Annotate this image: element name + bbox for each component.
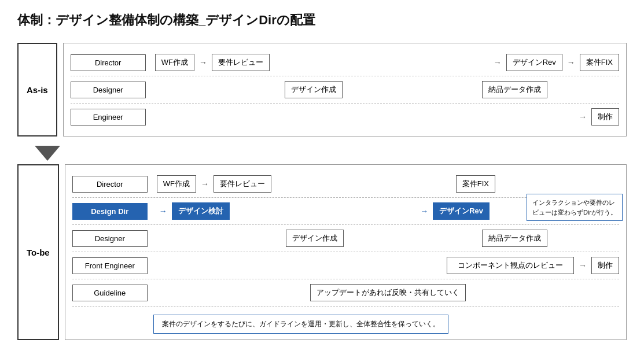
tobe-task-design-create: デザイン作成 <box>286 230 344 247</box>
tobe-task-design-rev: デザインRev <box>433 202 490 220</box>
asis-task-design-create: デザイン作成 <box>285 81 343 98</box>
tobe-director-role: Director <box>72 176 148 193</box>
tobe-frontengineer-role: Front Engineer <box>72 257 148 274</box>
down-arrow-icon <box>35 146 60 161</box>
asis-director-row: Director WF作成 → 要件レビュー → デザインRev → 案件FIX <box>71 49 619 76</box>
tobe-task-case-fix: 案件FIX <box>456 175 495 193</box>
asis-task-design-rev: デザインRev <box>506 54 562 71</box>
tobe-frontengineer-row: Front Engineer コンポーネント観点のレビュー → 制作 <box>72 252 619 279</box>
tobe-designer-row: Designer デザイン作成 納品データ作成 <box>72 225 619 252</box>
asis-section: As-is Director WF作成 → 要件レビュー → デザインRev →… <box>17 43 627 136</box>
tobe-guideline-row: Guideline アップデートがあれば反映・共有していく <box>72 279 619 307</box>
asis-designer-role: Designer <box>71 82 146 98</box>
arrow1: → <box>197 58 209 67</box>
asis-task-wf: WF作成 <box>155 54 194 71</box>
tobe-task-update: アップデートがあれば反映・共有していく <box>310 284 466 301</box>
tobe-label: To-be <box>17 164 59 340</box>
tobe-arrow-fe: → <box>576 261 589 270</box>
asis-content: Director WF作成 → 要件レビュー → デザインRev → 案件FIX… <box>63 43 627 136</box>
tobe-task-design-study: デザイン検討 <box>172 202 230 220</box>
tobe-task-delivery: 納品データ作成 <box>482 230 547 247</box>
asis-label: As-is <box>17 43 57 136</box>
tobe-arrow-dd1: → <box>157 206 170 216</box>
tobe-designdir-role: Design Dir <box>72 203 148 220</box>
tobe-designer-role: Designer <box>72 230 148 247</box>
arrow4: → <box>576 112 589 121</box>
asis-task-delivery: 納品データ作成 <box>482 81 547 98</box>
tobe-task-wf: WF作成 <box>157 175 196 193</box>
tobe-arrow1: → <box>198 179 211 189</box>
tobe-content: インタラクションや要件のレビューは変わらずDirが行う。 Director WF… <box>65 164 627 340</box>
page-title: 体制：デザイン整備体制の構築_デザインDirの配置 <box>17 12 627 29</box>
asis-engineer-role: Engineer <box>71 109 146 126</box>
arrow3: → <box>565 58 577 67</box>
tobe-task-component-review: コンポーネント観点のレビュー <box>447 257 574 274</box>
asis-designer-row: Designer デザイン作成 納品データ作成 <box>71 76 619 104</box>
tobe-task-req-review: 要件レビュー <box>214 175 271 193</box>
tobe-section: To-be インタラクションや要件のレビューは変わらずDirが行う。 Direc… <box>17 164 627 340</box>
arrow2: → <box>491 58 504 67</box>
asis-task-case-fix: 案件FIX <box>580 54 619 71</box>
tobe-guideline-role: Guideline <box>72 285 148 301</box>
tobe-arrow-dd2: → <box>418 206 430 216</box>
asis-task-seisaku: 制作 <box>591 108 619 126</box>
asis-director-role: Director <box>71 54 146 71</box>
callout-box: インタラクションや要件のレビューは変わらずDirが行う。 <box>527 194 623 221</box>
tobe-task-seisaku: 制作 <box>591 257 619 274</box>
down-arrow-wrapper <box>17 142 627 164</box>
asis-task-req-review: 要件レビュー <box>212 54 270 71</box>
tobe-note: 案件のデザインをするたびに、ガイドラインを運用・更新し、全体整合性を保っていく。 <box>153 315 448 334</box>
asis-engineer-row: Engineer → 制作 <box>71 104 619 130</box>
